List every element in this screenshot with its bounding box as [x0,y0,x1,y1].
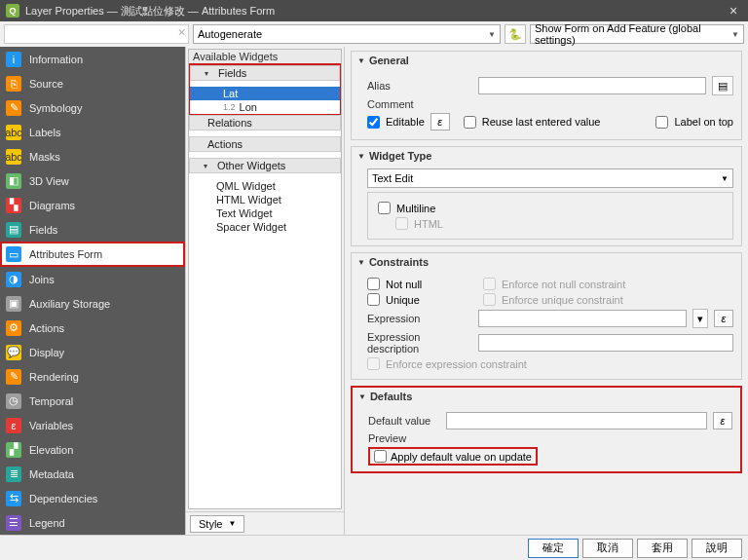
style-button[interactable]: Style▼ [190,515,244,533]
fields-icon: ▤ [6,222,21,238]
information-icon: i [6,52,21,67]
unique-check[interactable] [367,293,380,306]
layout-mode-value: Autogenerate [198,28,262,40]
sidebar-item-masks[interactable]: abcMasks [0,144,185,168]
sidebar-item-joins[interactable]: ◑Joins [0,267,185,291]
group-defaults: ▼Defaults Default valueε Preview Apply d… [351,386,742,473]
sidebar-item-source[interactable]: ⎘Source [0,71,185,95]
alias-action-icon[interactable]: ▤ [712,76,733,95]
expr-input[interactable] [478,310,687,327]
tree-html[interactable]: HTML Widget [189,193,341,206]
editable-label: Editable [386,116,425,128]
expr-eps-icon[interactable]: ε [714,310,733,327]
multiline-check[interactable] [378,202,391,214]
tree-group-fields[interactable]: ▾Fields [190,65,340,81]
notnull-label: Not null [386,279,477,290]
category-sidebar: iInformation⎘Source✎SymbologyabcLabelsab… [0,47,185,535]
apply-button[interactable]: 套用 [637,539,688,558]
group-widget-type: ▼Widget Type Text Edit▼ Multiline HTML [351,146,742,246]
sidebar-item-display[interactable]: 💬Display [0,340,185,364]
editable-check[interactable] [367,116,380,129]
actions-icon: ⚙ [6,320,21,336]
sidebar-item-label: Actions [29,322,64,334]
search-input[interactable] [4,24,189,44]
sidebar-item-auxiliary-storage[interactable]: ▣Auxiliary Storage [0,291,185,316]
widget-title: Widget Type [369,150,431,162]
sidebar-item-symbology[interactable]: ✎Symbology [0,95,185,120]
default-value-label: Default value [368,415,440,427]
tree-text[interactable]: Text Widget [189,206,341,220]
sidebar-item-temporal[interactable]: ◷Temporal [0,389,185,413]
showform-combo[interactable]: Show Form on Add Feature (global setting… [530,24,744,44]
sidebar-item-3d-view[interactable]: ◧3D View [0,168,185,193]
enforce-e-check [367,357,380,370]
sidebar-item-legend[interactable]: ☰Legend [0,510,185,535]
help-button[interactable]: 說明 [692,539,742,558]
search-clear-icon[interactable]: ⨯ [177,26,186,39]
close-icon[interactable]: × [725,2,742,19]
sidebar-item-label: Source [29,78,63,90]
sidebar-item-metadata[interactable]: ≣Metadata [0,462,185,486]
expr-label: Expression [367,313,472,324]
sidebar-item-rendering[interactable]: ✎Rendering [0,364,185,389]
tree-field-lat[interactable]: Lat [190,87,340,100]
sidebar-item-diagrams[interactable]: ▚Diagrams [0,193,185,217]
sidebar-item-elevation[interactable]: ▞Elevation [0,437,185,462]
dialog-footer: 確定 取消 套用 說明 [0,535,748,560]
sidebar-item-label: Rendering [29,371,79,383]
labels-icon: abc [6,125,21,140]
sidebar-item-information[interactable]: iInformation [0,47,185,71]
default-value-input[interactable] [446,412,707,429]
enforce-nn-check [483,278,496,290]
dependencies-icon: ⇆ [6,491,21,506]
rendering-icon: ✎ [6,369,21,385]
expr-dd-icon[interactable]: ▾ [692,309,708,328]
sidebar-item-label: Temporal [29,395,73,407]
sidebar-item-fields[interactable]: ▤Fields [0,217,185,242]
widgets-panel: Available Widgets ▾Fields Lat 1.2Lon Rel… [185,47,345,535]
sidebar-item-label: Diagrams [29,200,75,211]
apply-default-check[interactable] [374,450,387,463]
tree-field-lon[interactable]: 1.2Lon [190,100,340,114]
sidebar-item-label: Masks [29,151,60,163]
reuse-label: Reuse last entered value [482,116,601,128]
sidebar-item-variables[interactable]: εVariables [0,413,185,437]
sidebar-item-label: Legend [29,517,65,529]
enforce-u-label: Enforce unique constraint [502,294,623,306]
labelontop-check[interactable] [655,116,668,129]
editable-eps-icon[interactable]: ε [430,113,450,131]
constraints-title: Constraints [369,256,429,268]
widget-type-combo[interactable]: Text Edit▼ [367,168,733,188]
alias-input[interactable] [478,77,706,94]
sidebar-item-labels[interactable]: abcLabels [0,120,185,144]
sidebar-item-label: Metadata [29,468,74,480]
tree-group-relations[interactable]: Relations [189,115,341,131]
layout-mode-combo[interactable]: Autogenerate ▼ [193,24,501,44]
enforce-e-label: Enforce expression constraint [386,358,527,370]
cancel-button[interactable]: 取消 [582,539,633,558]
ok-button[interactable]: 確定 [528,539,579,558]
sidebar-item-attributes-form[interactable]: ▭Attributes Form [0,242,185,267]
sidebar-item-label: Joins [29,274,55,285]
window-title: Layer Properties — 測試點位修改 — Attributes F… [25,4,725,19]
enforce-nn-label: Enforce not null constraint [502,279,625,290]
html-label: HTML [414,218,443,230]
temporal-icon: ◷ [6,393,21,409]
preview-label: Preview [368,432,440,444]
python-icon[interactable]: 🐍 [505,24,526,44]
sidebar-item-label: Variables [29,420,73,431]
display-icon: 💬 [6,345,21,360]
tree-group-other[interactable]: ▾Other Widgets [189,158,341,173]
diagrams-icon: ▚ [6,198,21,213]
sidebar-item-dependencies[interactable]: ⇆Dependencies [0,486,185,510]
default-eps-icon[interactable]: ε [713,412,732,429]
variables-icon: ε [6,418,21,433]
reuse-check[interactable] [464,116,476,129]
tree-qml[interactable]: QML Widget [189,179,341,193]
tree-spacer[interactable]: Spacer Widget [189,220,341,234]
notnull-check[interactable] [367,278,380,290]
expr-desc-input[interactable] [478,334,733,352]
sidebar-item-actions[interactable]: ⚙Actions [0,316,185,340]
elevation-icon: ▞ [6,442,21,458]
tree-group-actions[interactable]: Actions [189,136,341,152]
